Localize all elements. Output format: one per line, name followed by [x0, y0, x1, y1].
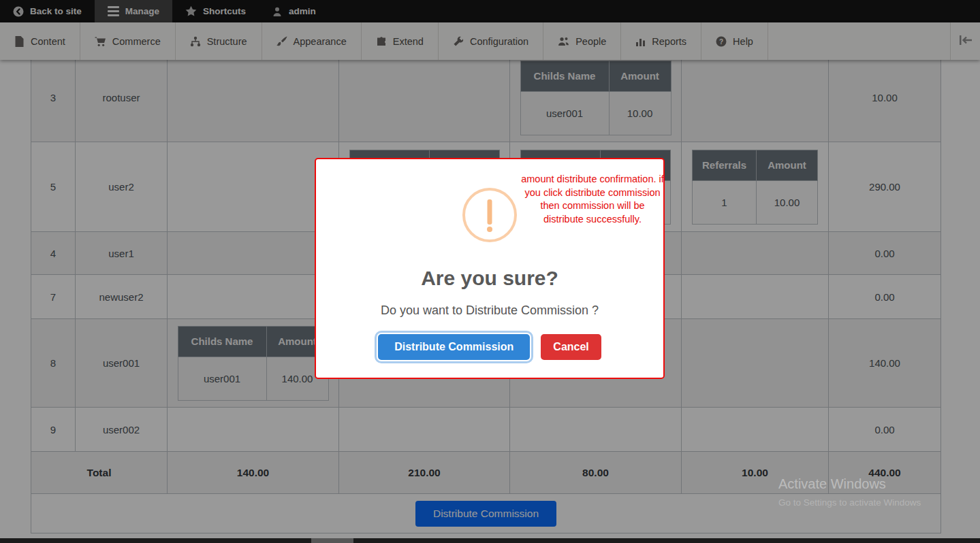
confirm-distribute-button[interactable]: Distribute Commission: [378, 334, 530, 360]
confirmation-note: amount distribute confirmation. if you c…: [520, 173, 665, 226]
confirm-dialog: amount distribute confirmation. if you c…: [315, 158, 665, 379]
warning-icon: [462, 188, 517, 242]
activate-windows-watermark: Activate Windows: [778, 476, 886, 492]
horizontal-scrollbar[interactable]: [0, 538, 980, 543]
scrollbar-thumb[interactable]: [311, 538, 353, 543]
cancel-button[interactable]: Cancel: [541, 334, 601, 360]
activate-windows-subtext: Go to Settings to activate Windows: [778, 497, 921, 508]
dialog-message: Do you want to Distribute Commission ?: [316, 303, 663, 318]
dialog-title: Are you sure?: [316, 267, 663, 290]
dialog-buttons: Distribute Commission Cancel: [316, 334, 663, 360]
